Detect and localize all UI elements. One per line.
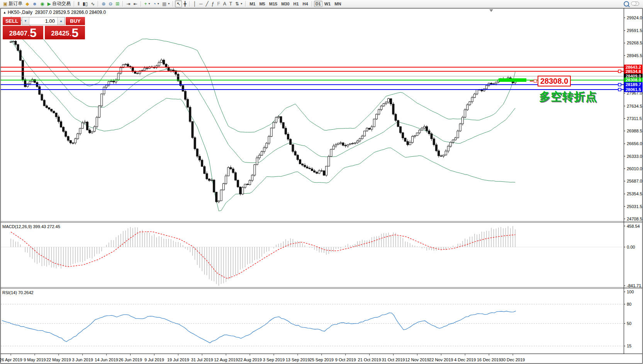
zoom-out-button[interactable]: ⊖ — [107, 0, 114, 7]
price-axis-tick: 27311.5 — [627, 116, 642, 121]
rsi-axis-tick: 50 — [627, 321, 631, 326]
new-order-icon: ▣ — [3, 1, 7, 7]
crosshair-button[interactable]: ╋ — [182, 0, 188, 7]
support-highlight-bar[interactable] — [499, 78, 526, 82]
date-axis-tick: 31 Jul 2019 — [191, 357, 213, 362]
periods-icon: ◔ — [153, 1, 156, 7]
timeframe-m30-button[interactable]: M30 — [279, 1, 291, 7]
chevron-down-icon[interactable]: ▾ — [168, 2, 170, 5]
bar-chart-button[interactable]: ‖ — [76, 0, 81, 7]
date-axis-tick: 4 Dec 2019 — [454, 357, 476, 362]
templates-button[interactable]: ▦▾ — [161, 0, 171, 7]
cursor-button[interactable]: ↖ — [175, 0, 182, 7]
timeframe-h4-button[interactable]: H4 — [301, 1, 310, 7]
volume-value[interactable]: 1.00 — [29, 18, 57, 24]
horizontal-line-button[interactable]: ─ — [198, 0, 204, 7]
zoom-in-button[interactable]: ⊕ — [100, 0, 107, 7]
toolbar-separator — [122, 1, 123, 7]
chevron-down-icon[interactable]: ▾ — [149, 2, 150, 5]
toolbar-separator — [141, 1, 141, 7]
autotrading-button[interactable]: ▶自动交易 — [46, 0, 72, 7]
buy-price-frac: 5 — [71, 27, 78, 39]
date-axis-tick: 31 Oct 2019 — [382, 357, 405, 362]
timeframe-w1-button[interactable]: W1 — [322, 1, 333, 7]
toolbar-separator — [173, 1, 173, 7]
signals-button[interactable]: ◉ — [39, 0, 46, 7]
chart-background — [0, 8, 643, 364]
volume-stepper[interactable]: ▼ 1.00 ▲ — [22, 17, 65, 25]
indicators-button[interactable]: +▾ — [143, 0, 152, 7]
experts-button[interactable]: ☻ — [31, 0, 39, 7]
line-anchor-marker[interactable] — [618, 70, 621, 73]
date-axis-tick: 9 Jul 2019 — [144, 357, 164, 362]
text-label-icon: T — [229, 1, 232, 7]
chat-icon[interactable] — [633, 2, 639, 6]
timeframe-mn-button[interactable]: MN — [333, 1, 343, 7]
line-chart-icon: ∿ — [91, 1, 95, 7]
timeframe-d1-button[interactable]: D1 — [314, 1, 322, 7]
date-axis-tick: 22 May 2019 — [46, 357, 71, 362]
sell-button[interactable]: SELL — [3, 17, 21, 25]
macd-indicator-label: MACD(12,26,9) 399.43 272.45 — [2, 224, 60, 229]
candlestick-chart-button[interactable]: ▮▯ — [81, 0, 89, 7]
timeframe-m1-button[interactable]: M1 — [248, 1, 257, 7]
chevron-down-icon[interactable]: ▾ — [241, 2, 242, 5]
chevron-down-icon[interactable]: ▾ — [158, 2, 159, 5]
sell-price-display[interactable]: 28407 . 5 — [3, 26, 43, 39]
tile-windows-button[interactable]: ⊞ — [114, 0, 121, 7]
text-icon: A — [223, 1, 226, 7]
trendline-button[interactable]: ╱ — [204, 0, 210, 7]
timeframe-h1-button[interactable]: H1 — [292, 1, 301, 7]
text-label-button[interactable]: T — [228, 0, 234, 7]
toolbar-separator — [312, 1, 312, 7]
price-axis-tick: 27634.5 — [627, 104, 642, 108]
price-axis-tick: 25354.5 — [627, 191, 642, 196]
date-axis-tick: 16 Dec 2019 — [477, 357, 501, 362]
search-icon[interactable] — [624, 1, 629, 7]
price-callout[interactable]: 28308.0 — [530, 76, 571, 86]
buy-price-main: 28425 — [51, 29, 69, 39]
new-order-button[interactable]: ▣新订单 — [2, 0, 24, 7]
line-chart-button[interactable]: ∿ — [89, 0, 96, 7]
zoom-out-icon: ⊖ — [109, 1, 112, 7]
bar-chart-icon: ‖ — [78, 1, 80, 7]
periods-button[interactable]: ◔▾ — [152, 0, 161, 7]
macd-axis-tick: -841.71 — [627, 283, 641, 288]
turning-point-annotation[interactable]: 多空转折点 — [539, 89, 597, 105]
symbol-period-label: HK50-,Daily — [8, 10, 32, 15]
fibonacci-button[interactable]: ƒ — [210, 0, 216, 7]
rsi-axis-tick: 15 — [627, 344, 631, 348]
auto-scroll-button[interactable]: ⇥ — [125, 0, 132, 7]
buy-price-dot: . — [70, 29, 71, 39]
chart-shift-button[interactable]: ⇤ — [132, 0, 139, 7]
date-axis-tick: 22 Aug 2019 — [238, 357, 262, 362]
line-anchor-marker[interactable] — [618, 83, 621, 86]
sell-price-main: 28407 — [9, 29, 27, 39]
buy-button[interactable]: BUY — [66, 17, 85, 25]
price-axis-tick: 29924.0 — [627, 15, 642, 20]
new-order-button-label: 新订单 — [8, 0, 22, 7]
text-button[interactable]: A — [222, 0, 228, 7]
date-axis-tick: 9 Oct 2019 — [335, 357, 356, 362]
toolbar-separator — [245, 1, 246, 7]
volume-decrease-button[interactable]: ▼ — [22, 17, 29, 25]
price-axis-tick: 29268.5 — [627, 41, 642, 45]
price-callout-label[interactable]: 28308.0 — [538, 76, 571, 86]
arrows-button[interactable]: ⇅▾ — [234, 0, 244, 7]
volume-increase-button[interactable]: ▲ — [57, 17, 64, 25]
market-watch-button[interactable]: ◆ — [24, 0, 31, 7]
date-axis-tick: 21 Oct 2019 — [358, 357, 381, 362]
tile-windows-icon: ⊞ — [115, 1, 119, 7]
timeframe-m5-button[interactable]: M5 — [257, 1, 267, 7]
fibo-grid-button[interactable]: F — [215, 0, 221, 7]
collapse-panel-arrow[interactable]: ▲ — [3, 11, 6, 14]
chart-canvas: 29924.029591.529268.528945.527967.027634… — [0, 0, 643, 364]
fibonacci-icon: ƒ — [212, 1, 214, 7]
vertical-line-button[interactable]: │ — [192, 0, 198, 7]
line-anchor-marker[interactable] — [618, 88, 621, 91]
timeframe-m15-button[interactable]: M15 — [267, 1, 279, 7]
date-axis-tick: 3 Sep 2019 — [263, 357, 285, 362]
arrows-icon: ⇅ — [235, 1, 239, 7]
toolbar-separator — [74, 1, 75, 7]
buy-price-display[interactable]: 28425 . 5 — [45, 26, 85, 39]
